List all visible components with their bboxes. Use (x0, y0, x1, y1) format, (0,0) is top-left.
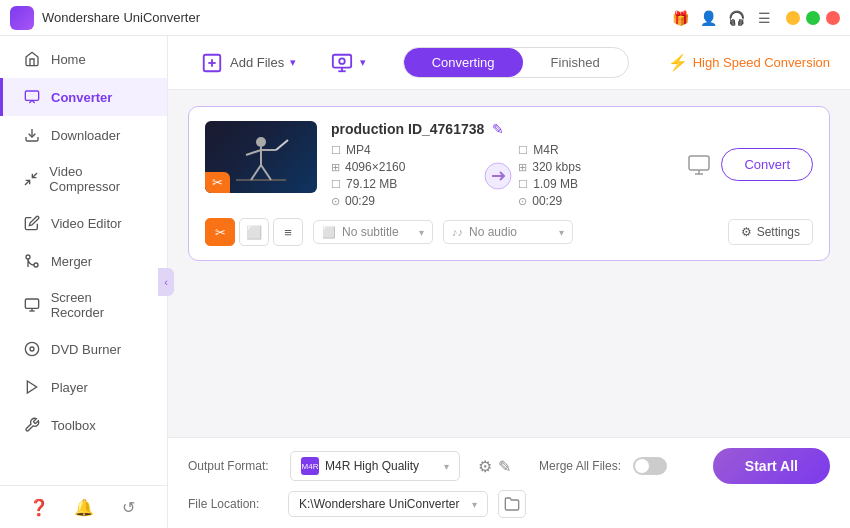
source-resolution-row: ⊞ 4096×2160 (331, 160, 478, 174)
add-screen-icon (330, 51, 354, 75)
file-location-select[interactable]: K:\Wondershare UniConverter ▾ (288, 491, 488, 517)
sidebar-item-video-compressor[interactable]: Video Compressor (0, 154, 167, 204)
output-format-row: Output Format: M4R M4R High Quality ▾ ⚙ … (188, 448, 830, 484)
file-edit-icon[interactable]: ✎ (492, 121, 504, 137)
home-icon (23, 50, 41, 68)
file-title-row: production ID_4761738 ✎ (331, 121, 665, 137)
arrow-icon (484, 162, 512, 190)
speed-icon: ⚡ (668, 53, 688, 72)
downloader-icon (23, 126, 41, 144)
target-duration: 00:29 (532, 194, 562, 208)
resolution-icon: ⊞ (331, 161, 340, 174)
svg-rect-0 (25, 91, 38, 100)
tab-converting[interactable]: Converting (404, 48, 523, 77)
output-format-label: Output Format: (188, 459, 278, 473)
speed-label: High Speed Conversion (693, 55, 830, 70)
minimize-button[interactable] (786, 11, 800, 25)
svg-point-4 (34, 263, 38, 267)
output-format-select[interactable]: M4R M4R High Quality ▾ (290, 451, 460, 481)
file-card-top: ✂ production ID_4761738 ✎ (205, 121, 813, 208)
scissor-badge: ✂ (205, 172, 230, 193)
toolbox-icon (23, 416, 41, 434)
target-size-row: ☐ 1.09 MB (518, 177, 665, 191)
svg-line-24 (251, 165, 261, 180)
target-duration-icon: ⊙ (518, 195, 527, 208)
sidebar-item-home[interactable]: Home (0, 40, 167, 78)
target-duration-row: ⊙ 00:29 (518, 194, 665, 208)
headset-icon[interactable]: 🎧 (726, 8, 746, 28)
target-format-icon: ☐ (518, 144, 528, 157)
add-files-caret: ▾ (290, 56, 296, 69)
start-all-button[interactable]: Start All (713, 448, 830, 484)
settings-button[interactable]: ⚙ Settings (728, 219, 813, 245)
audio-select[interactable]: ♪♪ No audio ▾ (443, 220, 573, 244)
convert-btn-area: Convert (687, 148, 813, 181)
effects-button[interactable]: ≡ (273, 218, 303, 246)
sidebar-item-toolbox[interactable]: Toolbox (0, 406, 167, 444)
merge-label: Merge All Files: (539, 459, 621, 473)
cut-button[interactable]: ✂ (205, 218, 235, 246)
audio-caret: ▾ (559, 227, 564, 238)
svg-rect-6 (25, 299, 38, 308)
menu-icon[interactable]: ☰ (754, 8, 774, 28)
maximize-button[interactable] (806, 11, 820, 25)
sidebar-item-video-editor[interactable]: Video Editor (0, 204, 167, 242)
sidebar-item-dvd-burner[interactable]: DVD Burner (0, 330, 167, 368)
svg-line-22 (246, 150, 261, 155)
svg-line-25 (261, 165, 271, 180)
file-meta-grid: ☐ MP4 ⊞ 4096×2160 ☐ 79.12 MB (331, 143, 665, 208)
format-icons: ⚙ ✎ (478, 457, 511, 476)
add-screen-button[interactable]: ▾ (318, 44, 378, 82)
sidebar-item-screen-recorder[interactable]: Screen Recorder (0, 280, 167, 330)
arrow-col (478, 162, 518, 190)
close-button[interactable] (826, 11, 840, 25)
crop-button[interactable]: ⬜ (239, 218, 269, 246)
refresh-icon[interactable]: ↺ (118, 496, 140, 518)
target-format: M4R (533, 143, 558, 157)
source-duration-row: ⊙ 00:29 (331, 194, 478, 208)
source-resolution: 4096×2160 (345, 160, 405, 174)
screen-recorder-icon (23, 296, 41, 314)
format-settings-icon[interactable]: ⚙ (478, 457, 492, 476)
subtitle-icon: ⬜ (322, 226, 336, 239)
sidebar-item-converter[interactable]: Converter (0, 78, 167, 116)
settings-label: Settings (757, 225, 800, 239)
format-edit-icon[interactable]: ✎ (498, 457, 511, 476)
user-icon[interactable]: 👤 (698, 8, 718, 28)
subtitle-select[interactable]: ⬜ No subtitle ▾ (313, 220, 433, 244)
svg-line-26 (276, 140, 288, 150)
sidebar-item-player[interactable]: Player (0, 368, 167, 406)
subtitle-value: No subtitle (342, 225, 413, 239)
sidebar-item-merger[interactable]: Merger (0, 242, 167, 280)
file-title: production ID_4761738 (331, 121, 484, 137)
content-area: Add Files ▾ ▾ Converting Finished ⚡ High… (168, 36, 850, 528)
toggle-knob (635, 459, 649, 473)
svg-line-2 (33, 173, 38, 178)
title-bar: Wondershare UniConverter 🎁 👤 🎧 ☰ (0, 0, 850, 36)
sidebar-label-screen-recorder: Screen Recorder (51, 290, 147, 320)
meta-target: ☐ M4R ⊞ 320 kbps ☐ 1.09 MB (518, 143, 665, 208)
merge-toggle[interactable] (633, 457, 667, 475)
sidebar-label-toolbox: Toolbox (51, 418, 96, 433)
svg-point-20 (256, 137, 266, 147)
sidebar-item-downloader[interactable]: Downloader (0, 116, 167, 154)
add-files-icon (200, 51, 224, 75)
audio-value: No audio (469, 225, 553, 239)
help-icon[interactable]: ❓ (28, 496, 50, 518)
sidebar-bottom: ❓ 🔔 ↺ (0, 485, 167, 528)
speed-conversion[interactable]: ⚡ High Speed Conversion (668, 53, 830, 72)
gift-icon[interactable]: 🎁 (670, 8, 690, 28)
tab-finished[interactable]: Finished (523, 48, 628, 77)
source-format: MP4 (346, 143, 371, 157)
file-info: production ID_4761738 ✎ ☐ MP4 (331, 121, 665, 208)
bitrate-icon: ⊞ (518, 161, 527, 174)
notification-icon[interactable]: 🔔 (73, 496, 95, 518)
location-value: K:\Wondershare UniConverter (299, 497, 466, 511)
browse-folder-button[interactable] (498, 490, 526, 518)
add-files-button[interactable]: Add Files ▾ (188, 44, 308, 82)
svg-rect-29 (689, 156, 709, 170)
convert-button[interactable]: Convert (721, 148, 813, 181)
sidebar-toggle[interactable]: ‹ (158, 268, 174, 296)
size-icon: ☐ (331, 178, 341, 191)
source-size-row: ☐ 79.12 MB (331, 177, 478, 191)
